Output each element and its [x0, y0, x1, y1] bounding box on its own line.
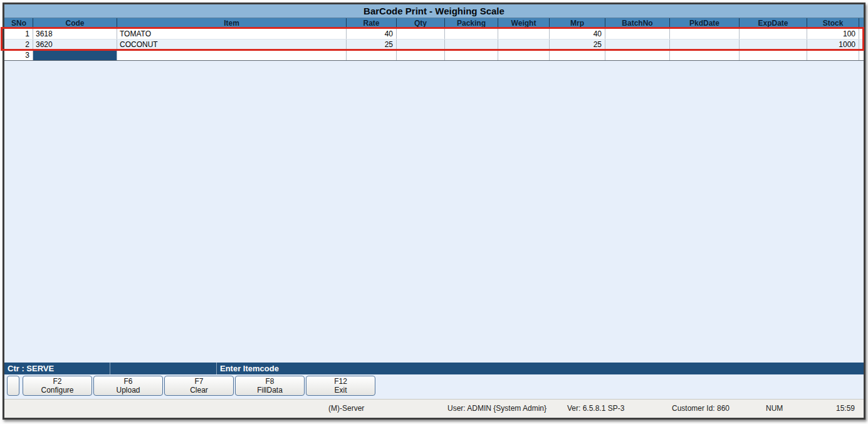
- col-header-packing: Packing: [445, 18, 498, 29]
- cell-r1-sno[interactable]: 1: [5, 29, 33, 39]
- cell-r2-item[interactable]: COCONUT: [117, 40, 347, 50]
- upload-button[interactable]: F6 Upload: [93, 376, 163, 396]
- clear-button[interactable]: F7 Clear: [164, 376, 234, 396]
- numlock-status: NUM: [766, 400, 783, 418]
- filldata-button-key: F8: [265, 377, 274, 386]
- cell-r2-mrp[interactable]: 25: [550, 40, 605, 50]
- cell-r3-batchno[interactable]: [605, 50, 670, 60]
- exit-button-label: Exit: [334, 386, 347, 395]
- row-filler: [859, 29, 864, 39]
- grid-header-row: SNo Code Item Rate Qty Packing Weight Mr…: [4, 18, 864, 29]
- col-header-weight: Weight: [498, 18, 550, 29]
- cell-r3-packing[interactable]: [445, 50, 498, 60]
- col-header-batchno: BatchNo: [605, 18, 670, 29]
- cell-r1-mrp[interactable]: 40: [550, 29, 605, 39]
- page-title: BarCode Print - Weighing Scale: [363, 6, 505, 16]
- itemcode-prompt: Enter Itemcode: [217, 363, 864, 374]
- cell-r3-rate[interactable]: [347, 50, 397, 60]
- exit-button-key: F12: [334, 377, 347, 386]
- upload-button-key: F6: [123, 377, 132, 386]
- table-row-1: 1 3618 TOMATO 40 40 100: [4, 29, 864, 40]
- window-content: BarCode Print - Weighing Scale SNo Code …: [4, 4, 864, 418]
- filldata-button[interactable]: F8 FillData: [235, 376, 305, 396]
- configure-button-label: Configure: [41, 386, 73, 395]
- cell-r2-qty[interactable]: [397, 40, 445, 50]
- cell-r2-sno[interactable]: 2: [5, 40, 33, 50]
- clear-button-label: Clear: [190, 386, 208, 395]
- title-bar: BarCode Print - Weighing Scale: [4, 4, 864, 18]
- cell-r1-pkddate[interactable]: [670, 29, 740, 39]
- col-header-rate: Rate: [347, 18, 397, 29]
- cell-r3-weight[interactable]: [498, 50, 550, 60]
- cell-r2-code[interactable]: 3620: [33, 40, 117, 50]
- col-header-stock: Stock: [807, 18, 859, 29]
- configure-button-key: F2: [53, 377, 61, 386]
- cell-r1-item[interactable]: TOMATO: [117, 29, 347, 39]
- col-header-code: Code: [33, 18, 117, 29]
- cell-r1-expdate[interactable]: [740, 29, 807, 39]
- cell-r1-stock[interactable]: 100: [807, 29, 859, 39]
- cell-r3-qty[interactable]: [397, 50, 445, 60]
- cell-r1-rate[interactable]: 40: [347, 29, 397, 39]
- version-status: Ver: 6.5.8.1 SP-3: [567, 400, 624, 418]
- col-header-item: Item: [117, 18, 347, 29]
- cell-r3-sno[interactable]: 3: [5, 50, 33, 60]
- configure-button[interactable]: F2 Configure: [23, 376, 92, 396]
- cell-r1-batchno[interactable]: [605, 29, 670, 39]
- cell-r2-batchno[interactable]: [605, 40, 670, 50]
- col-header-expdate: ExpDate: [740, 18, 807, 29]
- col-header-qty: Qty: [397, 18, 445, 29]
- table-row-2: 2 3620 COCONUT 25 25 1000: [4, 40, 864, 50]
- cell-r2-expdate[interactable]: [740, 40, 807, 50]
- cell-r1-code[interactable]: 3618: [33, 29, 117, 39]
- col-header-sno: SNo: [5, 18, 33, 29]
- prompt-bar: Ctr : SERVE Enter Itemcode: [4, 363, 864, 374]
- prompt-bar-middle: [110, 363, 217, 374]
- cell-r3-item[interactable]: [117, 50, 347, 60]
- clock-status: 15:59: [836, 400, 855, 418]
- blank-button[interactable]: [7, 376, 19, 396]
- upload-button-label: Upload: [116, 386, 140, 395]
- cell-r1-qty[interactable]: [397, 29, 445, 39]
- server-mode-status: (M)-Server: [328, 400, 364, 418]
- items-grid: SNo Code Item Rate Qty Packing Weight Mr…: [4, 18, 864, 61]
- col-header-pkddate: PkdDate: [670, 18, 740, 29]
- row-filler: [859, 50, 864, 60]
- cell-r1-weight[interactable]: [498, 29, 550, 39]
- row-filler: [859, 40, 864, 50]
- cell-r2-stock[interactable]: 1000: [807, 40, 859, 50]
- cell-r3-stock[interactable]: [807, 50, 859, 60]
- header-filler: [859, 18, 864, 29]
- function-key-toolbar: F2 Configure F6 Upload F7 Clear F8 FillD…: [4, 376, 864, 396]
- cell-r3-code-selected[interactable]: [33, 50, 117, 60]
- cell-r3-pkddate[interactable]: [670, 50, 740, 60]
- cell-r3-mrp[interactable]: [550, 50, 605, 60]
- counter-label: Ctr : SERVE: [4, 363, 110, 374]
- cell-r2-rate[interactable]: 25: [347, 40, 397, 50]
- cell-r2-pkddate[interactable]: [670, 40, 740, 50]
- cell-r1-packing[interactable]: [445, 29, 498, 39]
- exit-button[interactable]: F12 Exit: [306, 376, 375, 396]
- cell-r2-weight[interactable]: [498, 40, 550, 50]
- customer-id-status: Customer Id: 860: [672, 400, 729, 418]
- cell-r2-packing[interactable]: [445, 40, 498, 50]
- cell-r3-expdate[interactable]: [740, 50, 807, 60]
- col-header-mrp: Mrp: [550, 18, 605, 29]
- clear-button-key: F7: [194, 377, 203, 386]
- user-status: User: ADMIN {System Admin}: [447, 400, 546, 418]
- app-window: BarCode Print - Weighing Scale SNo Code …: [3, 3, 865, 420]
- filldata-button-label: FillData: [257, 386, 283, 395]
- table-row-3: 3: [4, 50, 864, 61]
- status-bar: (M)-Server User: ADMIN {System Admin} Ve…: [4, 399, 864, 418]
